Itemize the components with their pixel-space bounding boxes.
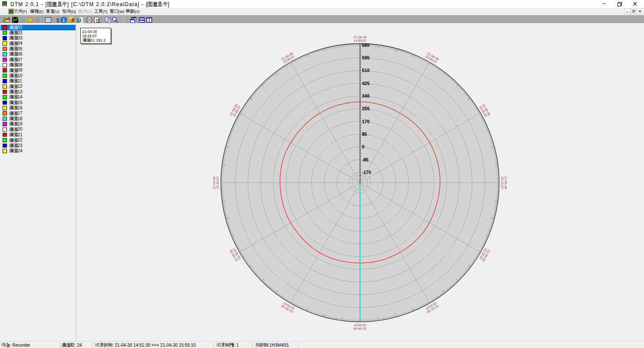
svg-text:-85: -85 xyxy=(362,157,368,162)
svg-text:0: 0 xyxy=(362,144,365,149)
svg-text:510: 510 xyxy=(362,68,370,73)
svg-text:340: 340 xyxy=(362,93,370,98)
svg-text:21-04-3014:55:07: 21-04-3014:55:07 xyxy=(354,35,367,43)
svg-text:21-04-3015:40:07: 21-04-3015:40:07 xyxy=(212,176,220,189)
svg-text:425: 425 xyxy=(362,81,370,86)
svg-text:680: 680 xyxy=(362,43,370,48)
svg-text:85: 85 xyxy=(362,131,367,137)
svg-text:255: 255 xyxy=(362,106,370,111)
svg-text:170: 170 xyxy=(362,119,370,124)
svg-text:21-04-3015:10:07: 21-04-3015:10:07 xyxy=(500,176,508,189)
svg-text:21-04-3015:25:07: 21-04-3015:25:07 xyxy=(354,323,367,331)
svg-text:-170: -170 xyxy=(362,170,371,175)
svg-text:595: 595 xyxy=(362,55,370,60)
